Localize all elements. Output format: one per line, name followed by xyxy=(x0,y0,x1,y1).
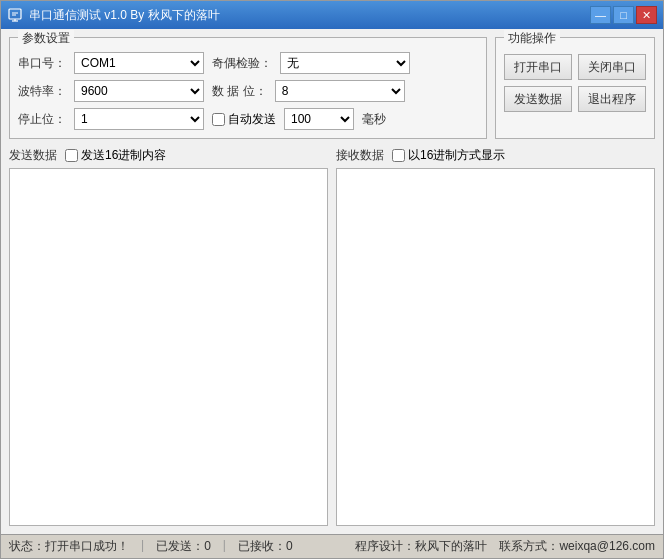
params-title: 参数设置 xyxy=(18,30,74,47)
auto-send-label: 自动发送 xyxy=(228,111,276,128)
window-controls: — □ ✕ xyxy=(590,6,657,24)
com-label: 串口号： xyxy=(18,55,66,72)
parity-select[interactable]: 无 奇校验 偶校验 xyxy=(280,52,410,74)
receive-hex-label[interactable]: 以16进制方式显示 xyxy=(392,147,505,164)
status-right: 程序设计：秋风下的落叶 联系方式：weixqa@126.com xyxy=(355,538,655,555)
actions-title: 功能操作 xyxy=(504,30,560,47)
baud-select[interactable]: 9600 4800 19200 38400 115200 xyxy=(74,80,204,102)
designer-text: 程序设计：秋风下的落叶 xyxy=(355,538,487,555)
stop-bits-label: 停止位： xyxy=(18,111,66,128)
contact-text: 联系方式：weixqa@126.com xyxy=(499,538,655,555)
sent-value: 0 xyxy=(204,539,211,553)
data-row: 发送数据 发送16进制内容 接收数据 以16进制方式显示 xyxy=(9,147,655,526)
send-header: 发送数据 发送16进制内容 xyxy=(9,147,328,164)
main-window: 串口通信测试 v1.0 By 秋风下的落叶 — □ ✕ 参数设置 串口号： CO… xyxy=(0,0,664,559)
receive-hex-text: 以16进制方式显示 xyxy=(408,147,505,164)
send-title: 发送数据 xyxy=(9,147,57,164)
receive-hex-checkbox[interactable] xyxy=(392,149,405,162)
status-sep1: | xyxy=(141,538,144,555)
auto-send-checkbox-label[interactable]: 自动发送 xyxy=(212,111,276,128)
sent-label: 已发送：0 xyxy=(156,538,211,555)
data-bits-select[interactable]: 8 7 6 5 xyxy=(275,80,405,102)
minimize-button[interactable]: — xyxy=(590,6,611,24)
received-label-text: 已接收： xyxy=(238,539,286,553)
status-sep2: | xyxy=(223,538,226,555)
close-port-button[interactable]: 关闭串口 xyxy=(578,54,646,80)
send-hex-label[interactable]: 发送16进制内容 xyxy=(65,147,166,164)
open-port-button[interactable]: 打开串口 xyxy=(504,54,572,80)
send-textarea[interactable] xyxy=(9,168,328,526)
send-hex-text: 发送16进制内容 xyxy=(81,147,166,164)
state-text: 状态：打开串口成功！ xyxy=(9,538,129,555)
receive-textarea[interactable] xyxy=(336,168,655,526)
parity-label: 奇偶检验： xyxy=(212,55,272,72)
send-data-group: 发送数据 发送16进制内容 xyxy=(9,147,328,526)
close-button[interactable]: ✕ xyxy=(636,6,657,24)
sent-label-text: 已发送： xyxy=(156,539,204,553)
exit-button[interactable]: 退出程序 xyxy=(578,86,646,112)
title-bar: 串口通信测试 v1.0 By 秋风下的落叶 — □ ✕ xyxy=(1,1,663,29)
status-bar: 状态：打开串口成功！ | 已发送：0 | 已接收：0 程序设计：秋风下的落叶 联… xyxy=(1,534,663,558)
send-hex-checkbox[interactable] xyxy=(65,149,78,162)
app-icon xyxy=(7,7,23,23)
top-row: 参数设置 串口号： COM1 COM2 COM3 COM4 奇偶检验： xyxy=(9,37,655,139)
status-left: 状态：打开串口成功！ | 已发送：0 | 已接收：0 xyxy=(9,538,355,555)
receive-title: 接收数据 xyxy=(336,147,384,164)
title-text: 串口通信测试 v1.0 By 秋风下的落叶 xyxy=(29,7,590,24)
send-data-button[interactable]: 发送数据 xyxy=(504,86,572,112)
receive-header: 接收数据 以16进制方式显示 xyxy=(336,147,655,164)
auto-send-checkbox[interactable] xyxy=(212,113,225,126)
received-label: 已接收：0 xyxy=(238,538,293,555)
stop-bits-select[interactable]: 1 1.5 2 xyxy=(74,108,204,130)
data-bits-label: 数 据 位： xyxy=(212,83,267,100)
svg-rect-0 xyxy=(9,9,21,19)
params-group: 参数设置 串口号： COM1 COM2 COM3 COM4 奇偶检验： xyxy=(9,37,487,139)
actions-group: 功能操作 打开串口 关闭串口 发送数据 退出程序 xyxy=(495,37,655,139)
receive-data-group: 接收数据 以16进制方式显示 xyxy=(336,147,655,526)
received-value: 0 xyxy=(286,539,293,553)
baud-label: 波特率： xyxy=(18,83,66,100)
main-content: 参数设置 串口号： COM1 COM2 COM3 COM4 奇偶检验： xyxy=(1,29,663,534)
com-select[interactable]: COM1 COM2 COM3 COM4 xyxy=(74,52,204,74)
auto-send-interval-select[interactable]: 100 200 500 1000 xyxy=(284,108,354,130)
maximize-button[interactable]: □ xyxy=(613,6,634,24)
ms-label: 毫秒 xyxy=(362,111,386,128)
